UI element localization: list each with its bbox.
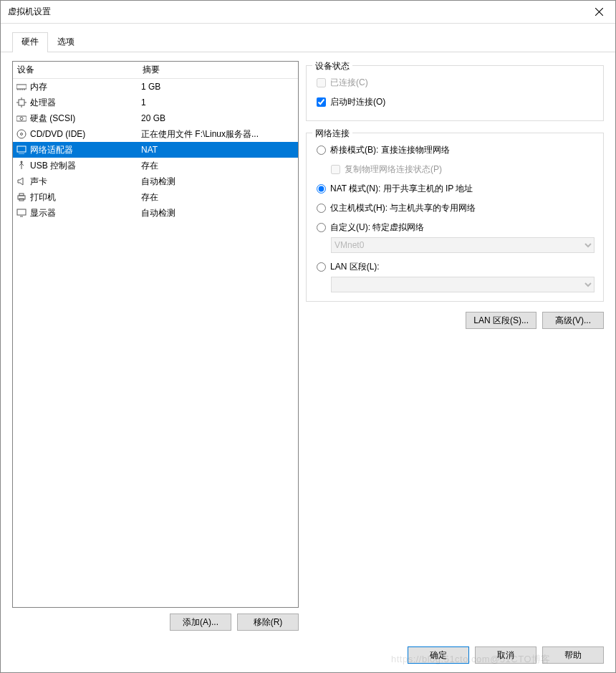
col-device: 设备	[13, 62, 138, 78]
net-conn-title: 网络连接	[312, 128, 352, 140]
disc-icon	[16, 128, 27, 140]
svg-point-3	[20, 118, 23, 120]
device-summary: 1	[141, 97, 298, 108]
device-list[interactable]: 设备 摘要 内存 1 GB 处理器 1 硬盘 (SCSI) 20 GB	[12, 61, 299, 608]
settings-window: 虚拟机设置 硬件 选项 设备 摘要 内存 1 GB 处理器	[0, 0, 616, 673]
printer-icon	[16, 191, 27, 203]
nat-label: NAT 模式(N): 用于共享主机的 IP 地址	[330, 183, 473, 195]
svg-rect-1	[19, 100, 24, 105]
list-item[interactable]: 打印机 存在	[13, 189, 298, 205]
close-button[interactable]	[583, 1, 615, 24]
sound-icon	[16, 176, 27, 187]
device-summary: 正在使用文件 F:\Linux服务器...	[141, 128, 298, 140]
memory-icon	[16, 81, 27, 92]
connected-checkbox	[317, 78, 326, 87]
svg-rect-11	[17, 209, 26, 215]
bridged-radio[interactable]	[317, 145, 326, 155]
svg-point-5	[21, 133, 23, 135]
custom-vmnet-select: VMnet0	[331, 237, 595, 253]
ok-button[interactable]: 确定	[408, 646, 469, 664]
device-name: USB 控制器	[30, 160, 141, 172]
hostonly-label: 仅主机模式(H): 与主机共享的专用网络	[330, 202, 476, 214]
list-item[interactable]: 声卡 自动检测	[13, 173, 298, 189]
device-name: 声卡	[30, 176, 141, 188]
network-connection-group: 网络连接 桥接模式(B): 直接连接物理网络 复制物理网络连接状态(P) NAT…	[306, 133, 604, 302]
device-name: 显示器	[30, 207, 141, 219]
lan-segments-button[interactable]: LAN 区段(S)...	[466, 312, 536, 329]
svg-rect-6	[17, 146, 26, 152]
left-panel: 设备 摘要 内存 1 GB 处理器 1 硬盘 (SCSI) 20 GB	[12, 61, 299, 631]
custom-label: 自定义(U): 特定虚拟网络	[330, 221, 424, 234]
advanced-button[interactable]: 高级(V)...	[542, 312, 604, 329]
network-icon	[16, 144, 27, 156]
add-button[interactable]: 添加(A)...	[170, 614, 231, 631]
list-item[interactable]: 内存 1 GB	[13, 79, 298, 95]
device-summary: 自动检测	[141, 207, 298, 219]
titlebar: 虚拟机设置	[1, 1, 615, 24]
device-summary: 自动检测	[141, 176, 298, 188]
tabs: 硬件 选项	[1, 24, 615, 52]
tab-options-label: 选项	[57, 37, 74, 47]
device-summary: 20 GB	[141, 113, 298, 123]
lanseg-select	[331, 277, 595, 292]
device-name: 网络适配器	[30, 144, 141, 156]
list-item[interactable]: CD/DVD (IDE) 正在使用文件 F:\Linux服务器...	[13, 126, 298, 142]
right-buttons: LAN 区段(S)... 高级(V)...	[306, 309, 604, 332]
connect-power-label: 启动时连接(O)	[330, 96, 385, 108]
device-summary: 存在	[141, 191, 298, 204]
lanseg-radio[interactable]	[317, 262, 326, 272]
list-item[interactable]: USB 控制器 存在	[13, 158, 298, 173]
device-name: CD/DVD (IDE)	[30, 129, 141, 139]
content-area: 设备 摘要 内存 1 GB 处理器 1 硬盘 (SCSI) 20 GB	[1, 52, 615, 639]
connected-label: 已连接(C)	[330, 77, 368, 89]
device-name: 内存	[30, 81, 141, 93]
svg-rect-0	[16, 85, 27, 89]
cancel-button[interactable]: 取消	[475, 646, 536, 664]
list-header: 设备 摘要	[13, 62, 298, 79]
svg-rect-9	[19, 194, 24, 196]
list-item[interactable]: 处理器 1	[13, 95, 298, 110]
list-item[interactable]: 网络适配器 NAT	[13, 142, 298, 158]
device-state-title: 设备状态	[312, 60, 352, 72]
device-summary: NAT	[141, 145, 298, 155]
device-name: 处理器	[30, 97, 141, 109]
svg-point-7	[21, 161, 23, 163]
device-name: 打印机	[30, 191, 141, 204]
remove-button[interactable]: 移除(R)	[237, 614, 299, 631]
device-summary: 存在	[141, 160, 298, 172]
usb-icon	[16, 160, 27, 171]
window-title: 虚拟机设置	[8, 6, 51, 18]
cpu-icon	[16, 97, 27, 108]
display-icon	[16, 207, 27, 219]
bottom-bar: 确定 取消 帮助	[1, 639, 615, 672]
col-summary: 摘要	[138, 62, 164, 78]
hostonly-radio[interactable]	[317, 204, 326, 213]
help-button[interactable]: 帮助	[542, 646, 604, 664]
list-item[interactable]: 显示器 自动检测	[13, 205, 298, 221]
list-item[interactable]: 硬盘 (SCSI) 20 GB	[13, 110, 298, 126]
device-state-group: 设备状态 已连接(C) 启动时连接(O)	[306, 65, 604, 121]
nat-radio[interactable]	[317, 184, 326, 194]
device-name: 硬盘 (SCSI)	[30, 113, 141, 125]
replicate-checkbox	[331, 165, 340, 174]
tab-hardware[interactable]: 硬件	[12, 32, 48, 52]
replicate-label: 复制物理网络连接状态(P)	[345, 163, 442, 176]
tab-hardware-label: 硬件	[21, 37, 39, 47]
right-panel: 设备状态 已连接(C) 启动时连接(O) 网络连接 桥接模式(B): 直接连接物…	[306, 61, 604, 631]
hdd-icon	[16, 113, 27, 124]
connect-power-checkbox[interactable]	[317, 97, 326, 107]
left-buttons: 添加(A)... 移除(R)	[12, 608, 299, 631]
custom-radio[interactable]	[317, 223, 326, 232]
lanseg-label: LAN 区段(L):	[330, 261, 380, 273]
svg-point-4	[17, 130, 26, 138]
close-icon	[595, 8, 603, 16]
tab-options[interactable]: 选项	[48, 32, 84, 52]
bridged-label: 桥接模式(B): 直接连接物理网络	[330, 144, 450, 156]
device-summary: 1 GB	[141, 82, 298, 92]
